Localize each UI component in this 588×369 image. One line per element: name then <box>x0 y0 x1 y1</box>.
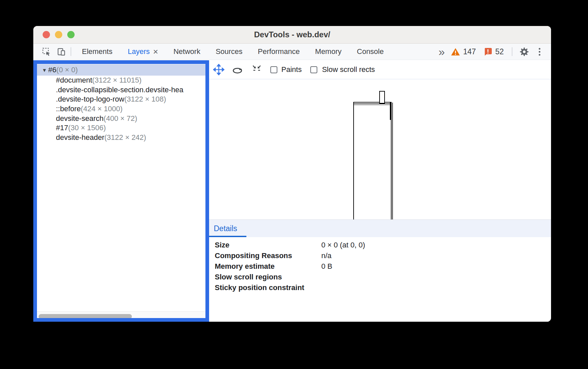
layer-row[interactable]: .devsite-collapsible-section.devsite-hea <box>33 85 209 95</box>
overflow-menu-icon[interactable] <box>538 47 541 56</box>
devtools-tabbar: Elements Layers × Network Sources Perfor… <box>33 44 551 60</box>
disclosure-triangle-icon[interactable]: ▼ <box>42 67 47 73</box>
tab-console[interactable]: Console <box>357 47 384 56</box>
warnings-badge[interactable]: 147 <box>451 47 476 56</box>
screenshot-canvas: DevTools - web.dev/ Elements Layers × <box>0 0 588 369</box>
details-label: Size <box>215 241 321 249</box>
layer-tree-children: #document (3122 × 11015) .devsite-collap… <box>33 76 209 142</box>
layer-wireframe-line <box>354 104 391 104</box>
layer-row[interactable]: devsite-header (3122 × 242) <box>33 133 209 143</box>
layer-size: (424 × 1000) <box>81 105 123 113</box>
tab-network[interactable]: Network <box>173 47 200 56</box>
warning-count: 147 <box>463 47 476 56</box>
layer-name: .devsite-top-logo-row <box>56 95 124 104</box>
tabbar-right-cluster: » 147 <box>439 47 541 57</box>
tabbar-separator-right <box>512 47 512 56</box>
layer-row[interactable]: #document (3122 × 11015) <box>33 76 209 85</box>
layer-row[interactable]: ::before (424 × 1000) <box>33 104 209 114</box>
details-value: 0 B <box>321 262 332 271</box>
titlebar: DevTools - web.dev/ <box>33 26 551 44</box>
details-row-sticky-position-constraint: Sticky position constraint <box>215 282 551 293</box>
layer-name: #6 <box>48 66 56 74</box>
details-row-size: Size 0 × 0 (at 0, 0) <box>215 240 551 250</box>
layer-wireframe-line <box>354 105 391 106</box>
details-tab-label: Details <box>214 224 237 233</box>
details-row-compositing-reasons: Compositing Reasons n/a <box>215 250 551 261</box>
layer-size: (400 × 72) <box>104 114 137 123</box>
layer-tree-pane: ▼ #6 (0 × 0) #document (3122 × 11015) .d… <box>33 60 209 322</box>
details-label: Compositing Reasons <box>215 251 321 260</box>
details-tab-underline <box>209 236 246 237</box>
details-tabband: Details <box>209 219 551 237</box>
layers-3d-toolbar: Paints Slow scroll rects <box>209 60 551 79</box>
layers-3d-pane: Paints Slow scroll rects Details <box>209 60 551 322</box>
layers-3d-viewport[interactable] <box>209 79 551 219</box>
details-row-slow-scroll-regions: Slow scroll regions <box>215 272 551 282</box>
slow-scroll-rects-checkbox[interactable] <box>310 66 317 73</box>
tab-sources[interactable]: Sources <box>216 47 243 56</box>
layer-tree: ▼ #6 (0 × 0) #document (3122 × 11015) .d… <box>33 60 209 322</box>
details-value: n/a <box>321 251 332 260</box>
close-layers-tab-icon[interactable]: × <box>153 48 158 55</box>
window-title: DevTools - web.dev/ <box>254 30 330 39</box>
tab-details[interactable]: Details <box>209 220 246 237</box>
layer-wireframe-edge <box>390 102 392 120</box>
tabbar-separator <box>71 47 71 56</box>
error-count: 52 <box>495 47 504 56</box>
layer-name: ::before <box>56 105 81 113</box>
paints-label: Paints <box>281 65 302 74</box>
details-label: Memory estimate <box>215 262 321 271</box>
layer-wireframe-line <box>392 103 393 219</box>
layer-name: devsite-search <box>56 114 104 123</box>
details-label: Slow scroll regions <box>215 273 321 281</box>
details-row-memory-estimate: Memory estimate 0 B <box>215 261 551 272</box>
minimize-window-button[interactable] <box>55 31 62 38</box>
tab-memory[interactable]: Memory <box>315 47 341 56</box>
layer-size: (0 × 0) <box>56 66 78 74</box>
layer-row[interactable]: #17 (30 × 1506) <box>33 123 209 133</box>
slow-scroll-rects-label: Slow scroll rects <box>322 65 375 74</box>
layer-row[interactable]: .devsite-top-logo-row (3122 × 108) <box>33 95 209 104</box>
layer-row-selected[interactable]: ▼ #6 (0 × 0) <box>33 64 209 76</box>
traffic-lights <box>43 26 75 43</box>
layer-row[interactable]: devsite-search (400 × 72) <box>33 114 209 123</box>
device-toolbar-icon[interactable] <box>57 47 66 56</box>
layer-wireframe-small-layer[interactable] <box>379 91 385 104</box>
more-tabs-icon[interactable]: » <box>439 47 444 57</box>
scrollbar-thumb[interactable] <box>39 314 132 319</box>
layer-size: (3122 × 11015) <box>92 76 142 85</box>
layer-size: (30 × 1506) <box>68 124 106 132</box>
error-icon <box>484 48 492 56</box>
layer-wireframe-document[interactable] <box>353 102 392 219</box>
close-window-button[interactable] <box>43 31 50 38</box>
devtools-window: DevTools - web.dev/ Elements Layers × <box>33 26 551 322</box>
zoom-window-button[interactable] <box>67 31 75 38</box>
tab-layers-group: Layers × <box>128 47 158 56</box>
reset-view-icon[interactable] <box>252 65 262 75</box>
layer-name: #document <box>56 76 92 85</box>
errors-badge[interactable]: 52 <box>484 47 504 56</box>
rotate-mode-icon[interactable] <box>232 64 243 75</box>
layers-panel: ▼ #6 (0 × 0) #document (3122 × 11015) .d… <box>33 60 551 322</box>
layer-name: #17 <box>56 124 68 132</box>
tab-performance[interactable]: Performance <box>258 47 300 56</box>
warning-icon <box>451 48 460 56</box>
details-table: Size 0 × 0 (at 0, 0) Compositing Reasons… <box>209 237 551 293</box>
pan-mode-icon[interactable] <box>213 64 224 75</box>
tab-layers[interactable]: Layers <box>128 47 150 56</box>
details-label: Sticky position constraint <box>215 283 321 292</box>
settings-gear-icon[interactable] <box>519 47 529 57</box>
layer-name: .devsite-collapsible-section.devsite-hea <box>56 86 183 94</box>
paints-checkbox[interactable] <box>270 66 277 73</box>
inspect-element-icon[interactable] <box>42 47 51 56</box>
layer-size: (3122 × 108) <box>124 95 166 104</box>
layer-size: (3122 × 242) <box>105 133 146 142</box>
details-value: 0 × 0 (at 0, 0) <box>321 241 365 249</box>
horizontal-scrollbar[interactable] <box>33 311 209 322</box>
tab-elements[interactable]: Elements <box>82 47 113 56</box>
layer-name: devsite-header <box>56 133 105 142</box>
